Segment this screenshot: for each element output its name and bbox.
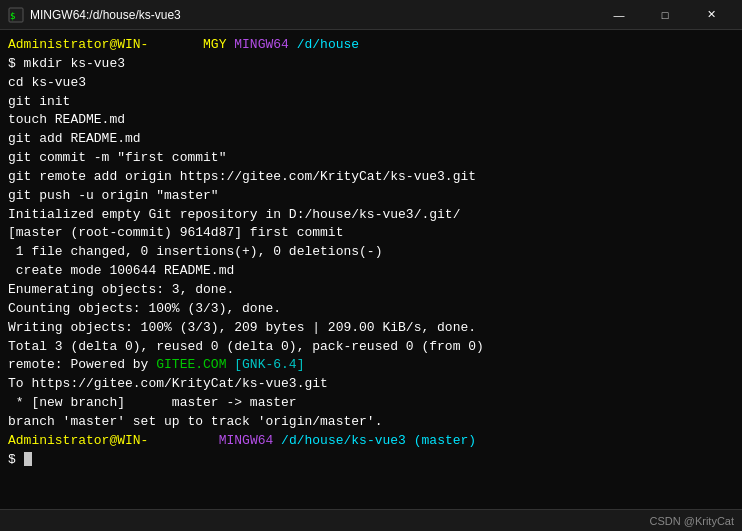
gnk-label: [GNK-6.4] (234, 357, 304, 372)
path-1: /d/house (297, 37, 359, 52)
path-2: /d/house/ks-vue3 (281, 433, 406, 448)
statusbar-text: CSDN @KrityCat (649, 515, 734, 527)
out-to: To https://gitee.com/KrityCat/ks-vue3.gi… (8, 375, 734, 394)
titlebar: $ MINGW64:/d/house/ks-vue3 — □ ✕ (0, 0, 742, 30)
cmd-git-remote: git remote add origin https://gitee.com/… (8, 168, 734, 187)
cmd-git-push: git push -u origin "master" (8, 187, 734, 206)
titlebar-title: MINGW64:/d/house/ks-vue3 (30, 8, 596, 22)
hidden-text-1: MGY (148, 37, 226, 52)
window-controls: — □ ✕ (596, 0, 734, 30)
cmd-touch: touch README.md (8, 111, 734, 130)
terminal-window: $ MINGW64:/d/house/ks-vue3 — □ ✕ Adminis… (0, 0, 742, 531)
out-new-branch: * [new branch] master -> master (8, 394, 734, 413)
out-changed: 1 file changed, 0 insertions(+), 0 delet… (8, 243, 734, 262)
branch-label: (master) (414, 433, 476, 448)
prompt-line-2: Administrator@WIN- MINGW64 /d/house/ks-v… (8, 432, 734, 451)
cursor (24, 452, 32, 466)
out-enum: Enumerating objects: 3, done. (8, 281, 734, 300)
out-total: Total 3 (delta 0), reused 0 (delta 0), p… (8, 338, 734, 357)
prompt-line-1: Administrator@WIN- MGY MINGW64 /d/house (8, 36, 734, 55)
cmd-git-add: git add README.md (8, 130, 734, 149)
maximize-button[interactable]: □ (642, 0, 688, 30)
terminal-body[interactable]: Administrator@WIN- MGY MINGW64 /d/house … (0, 30, 742, 509)
shell-label-1: MINGW64 (234, 37, 289, 52)
cmd-cd: cd ks-vue3 (8, 74, 734, 93)
out-mode: create mode 100644 README.md (8, 262, 734, 281)
out-branch-track: branch 'master' set up to track 'origin/… (8, 413, 734, 432)
close-button[interactable]: ✕ (688, 0, 734, 30)
username-2: Administrator@WIN- (8, 433, 148, 448)
username-1: Administrator@WIN- (8, 37, 148, 52)
cmd-git-init: git init (8, 93, 734, 112)
out-remote: remote: Powered by GITEE.COM [GNK-6.4] (8, 356, 734, 375)
hidden-text-2 (148, 433, 210, 448)
out-init: Initialized empty Git repository in D:/h… (8, 206, 734, 225)
svg-text:$: $ (10, 11, 15, 21)
minimize-button[interactable]: — (596, 0, 642, 30)
app-icon: $ (8, 7, 24, 23)
cmd-git-commit: git commit -m "first commit" (8, 149, 734, 168)
shell-label-2: MINGW64 (219, 433, 274, 448)
statusbar: CSDN @KrityCat (0, 509, 742, 531)
out-count: Counting objects: 100% (3/3), done. (8, 300, 734, 319)
cmd-mkdir: $ mkdir ks-vue3 (8, 55, 734, 74)
active-prompt: $ (8, 451, 734, 470)
out-write: Writing objects: 100% (3/3), 209 bytes |… (8, 319, 734, 338)
gitee-label: GITEE.COM (156, 357, 226, 372)
out-commit: [master (root-commit) 9614d87] first com… (8, 224, 734, 243)
